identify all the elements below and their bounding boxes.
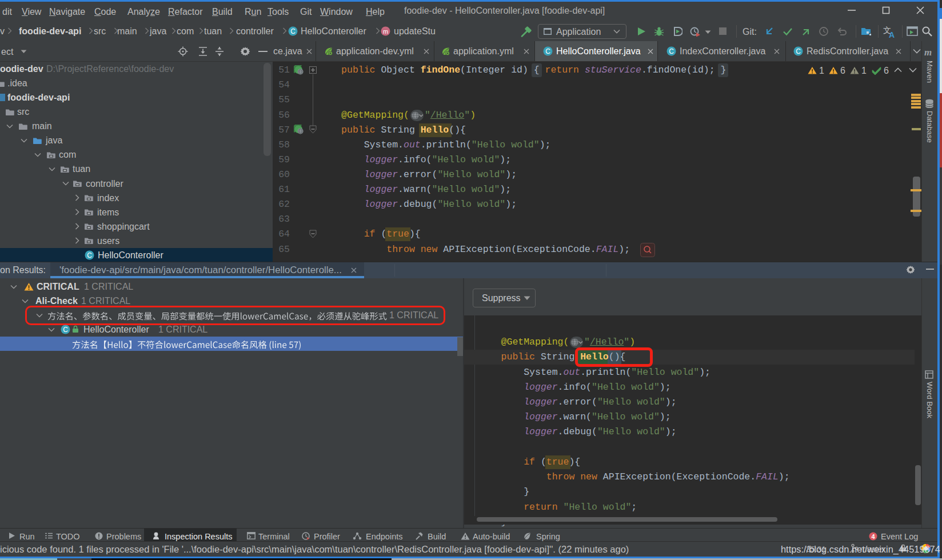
svg-text:C: C <box>63 326 68 334</box>
svg-text:C: C <box>796 47 801 55</box>
svg-text:C: C <box>669 47 674 55</box>
svg-text:4: 4 <box>871 533 875 540</box>
svg-text:m: m <box>383 28 388 35</box>
svg-text:A: A <box>889 30 895 38</box>
svg-text:C: C <box>545 47 550 55</box>
svg-text:C: C <box>290 27 296 35</box>
svg-text:C: C <box>87 251 92 259</box>
